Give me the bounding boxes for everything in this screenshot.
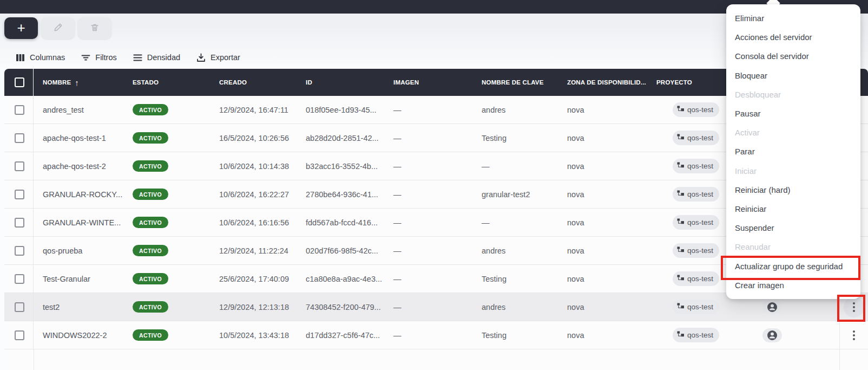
row-checkbox-cell [4, 152, 34, 180]
project-tree-icon [677, 190, 684, 199]
created-date: 10/6/2024, 16:22:27 [219, 190, 289, 199]
row-checkbox[interactable] [15, 105, 24, 115]
row-checkbox[interactable] [15, 302, 24, 312]
key-name: Testing [482, 134, 507, 142]
project-tree-icon [677, 106, 684, 114]
context-menu-item[interactable]: Parar [726, 142, 860, 161]
trash-icon [89, 22, 100, 35]
context-menu-item[interactable]: Consola del servidor [726, 47, 860, 66]
column-header-imagen[interactable]: IMAGEN [389, 69, 476, 96]
owner-avatar [762, 300, 782, 314]
server-name: Test-Granular [43, 275, 90, 283]
context-menu-item[interactable]: Activar [726, 123, 860, 142]
project-tree-icon [677, 246, 684, 255]
created-date: 10/5/2024, 13:43:18 [219, 331, 289, 340]
context-menu-item[interactable]: Reiniciar (hard) [726, 180, 860, 199]
header-checkbox-cell [4, 69, 34, 96]
export-button[interactable]: Exportar [196, 53, 240, 62]
image-value: — [393, 218, 402, 227]
context-menu-item[interactable]: Reanudar [726, 237, 860, 256]
project-name: qos-test [687, 106, 713, 114]
project-chip: qos-test [673, 102, 719, 117]
key-name: andres [482, 303, 505, 311]
density-icon [133, 53, 142, 62]
context-menu-item[interactable]: Desbloquear [726, 85, 860, 104]
edit-button[interactable] [41, 17, 75, 39]
row-checkbox-cell [4, 321, 34, 349]
owner-avatar [762, 328, 782, 342]
server-name: qos-prueba [43, 246, 82, 255]
row-checkbox[interactable] [15, 246, 24, 256]
project-name: qos-test [687, 218, 713, 226]
column-header-proyecto[interactable]: PROYECTO [652, 69, 733, 96]
availability-zone: nova [567, 162, 584, 171]
row-checkbox[interactable] [15, 218, 24, 228]
table-row[interactable]: WINDOWS2022-2 ACTIVO 10/5/2024, 13:43:18… [4, 321, 868, 349]
pinned-left-divider [34, 349, 34, 370]
server-id: 2780be64-936c-41... [306, 190, 378, 199]
context-menu-item[interactable]: Bloquear [726, 66, 860, 85]
row-checkbox[interactable] [15, 133, 24, 143]
server-id: b32acc16-3552-4b... [306, 162, 378, 171]
server-id: c1a80e8a-a9ac-4e3... [306, 275, 382, 283]
server-id: 74308452-f200-479... [306, 303, 381, 311]
created-date: 12/9/2024, 11:22:24 [219, 246, 288, 255]
server-name: WINDOWS2022-2 [43, 331, 107, 340]
column-header-estado[interactable]: ESTADO [124, 69, 214, 96]
density-label: Densidad [147, 53, 180, 62]
server-id: 018f05ee-1d93-45... [306, 106, 377, 114]
project-chip: qos-test [673, 159, 719, 173]
row-checkbox-cell [4, 293, 34, 321]
row-checkbox[interactable] [15, 274, 24, 284]
sort-ascending-icon: ↑ [75, 78, 79, 87]
row-checkbox[interactable] [15, 190, 24, 199]
project-name: qos-test [687, 190, 713, 198]
row-menu-button[interactable] [844, 325, 864, 346]
column-header-zona[interactable]: ZONA DE DISPONIBILID... [563, 69, 652, 96]
column-header-id[interactable]: ID [300, 69, 389, 96]
density-button[interactable]: Densidad [133, 53, 180, 62]
delete-button[interactable] [78, 17, 111, 39]
filters-button[interactable]: Filtros [81, 53, 116, 62]
key-name: andres [482, 246, 505, 255]
pencil-icon [52, 22, 63, 35]
created-date: 12/9/2024, 16:47:11 [219, 106, 288, 114]
image-value: — [393, 246, 402, 255]
image-value: — [393, 134, 402, 142]
availability-zone: nova [567, 218, 584, 227]
column-header-nombre-de-clave[interactable]: NOMBRE DE CLAVE [476, 69, 563, 96]
row-checkbox-cell [4, 265, 34, 293]
column-header-nombre[interactable]: NOMBRE ↑ [34, 69, 124, 96]
project-name: qos-test [687, 246, 713, 255]
server-id: fdd567ab-fccd-416... [306, 218, 378, 227]
context-menu-item[interactable]: Iniciar [726, 161, 860, 180]
image-value: — [393, 162, 402, 171]
status-badge: ACTIVO [133, 245, 168, 256]
context-menu-item[interactable]: Reiniciar [726, 199, 860, 218]
project-tree-icon [677, 331, 684, 340]
project-name: qos-test [687, 162, 713, 170]
context-menu-item[interactable]: Eliminar [726, 9, 860, 28]
row-checkbox-cell [4, 237, 34, 264]
columns-button[interactable]: Columnas [16, 53, 65, 62]
image-value: — [393, 303, 402, 311]
context-menu-item[interactable]: Pausar [726, 104, 860, 123]
context-menu-item[interactable]: Suspender [726, 218, 860, 237]
project-tree-icon [677, 303, 684, 311]
server-name: test2 [43, 303, 60, 311]
status-badge: ACTIVO [133, 132, 168, 144]
server-id: d17dd327-c5f6-47c... [306, 331, 380, 340]
project-chip: qos-test [673, 271, 719, 286]
project-name: qos-test [687, 275, 713, 283]
row-checkbox[interactable] [15, 330, 24, 340]
row-checkbox[interactable] [15, 161, 24, 171]
project-name: qos-test [687, 331, 713, 339]
select-all-checkbox[interactable] [15, 77, 24, 87]
key-name: granular-test2 [482, 190, 530, 199]
add-button[interactable]: + [4, 17, 38, 39]
column-header-creado[interactable]: CREADO [214, 69, 300, 96]
availability-zone: nova [567, 275, 584, 283]
export-label: Exportar [211, 53, 240, 62]
key-name: — [482, 218, 490, 227]
context-menu-item[interactable]: Acciones del servidor [726, 28, 860, 47]
